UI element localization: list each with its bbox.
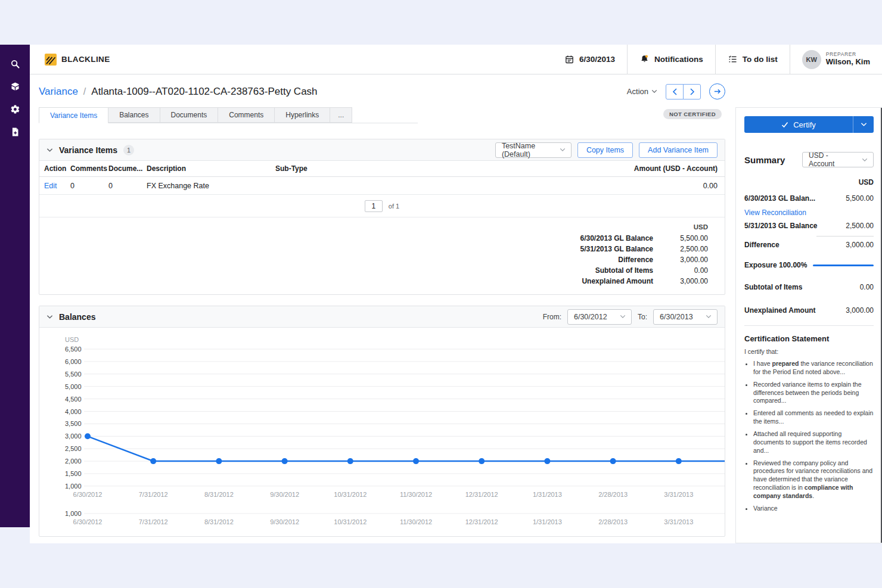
svg-text:4,500: 4,500 bbox=[65, 396, 82, 403]
svg-text:6/30/2012: 6/30/2012 bbox=[73, 518, 103, 525]
column-header-description: Description bbox=[142, 164, 271, 173]
to-date-select[interactable]: 6/30/2013 bbox=[653, 309, 718, 325]
page-count-label: of 1 bbox=[389, 203, 399, 210]
chevron-down-icon bbox=[651, 89, 657, 94]
go-to-record-button[interactable] bbox=[709, 83, 725, 99]
total-value: 5,500.00 bbox=[660, 234, 708, 242]
bell-icon bbox=[639, 54, 650, 64]
tab-hyperlinks[interactable]: Hyperlinks bbox=[274, 107, 330, 123]
summary-title: Summary bbox=[744, 155, 785, 165]
svg-text:3/31/2013: 3/31/2013 bbox=[664, 518, 693, 525]
add-variance-item-button[interactable]: Add Variance Item bbox=[639, 142, 718, 158]
subtotal-rule bbox=[816, 236, 874, 237]
variance-items-header: Variance Items 1 TestName (Default) Copy… bbox=[39, 139, 725, 161]
tab-more[interactable]: ... bbox=[330, 107, 352, 123]
tab-variance-items[interactable]: Variance Items bbox=[39, 107, 108, 123]
collapse-section-icon[interactable] bbox=[46, 148, 53, 153]
chevron-right-icon bbox=[690, 88, 695, 95]
user-meta: PREPARER Wilson, Kim bbox=[826, 52, 870, 67]
total-label: 6/30/2013 GL Balance bbox=[580, 234, 653, 242]
unexplained-value: 3,000.00 bbox=[846, 306, 874, 315]
calendar-icon bbox=[564, 54, 574, 64]
notifications-label: Notifications bbox=[654, 55, 703, 64]
svg-text:6,500: 6,500 bbox=[65, 346, 82, 353]
total-value: 3,000.00 bbox=[660, 277, 708, 285]
gl-current-value: 5,500.00 bbox=[846, 194, 874, 203]
chevron-left-icon bbox=[672, 88, 678, 95]
brand-name: BLACKLINE bbox=[61, 55, 110, 64]
search-icon[interactable] bbox=[10, 59, 20, 69]
column-header-action: Action bbox=[39, 164, 66, 173]
from-label: From: bbox=[543, 313, 561, 321]
exposure-bar bbox=[813, 265, 874, 266]
section-title: Balances bbox=[59, 312, 95, 322]
view-reconciliation-link[interactable]: View Reconciliation bbox=[744, 209, 806, 217]
tab-comments[interactable]: Comments bbox=[218, 107, 275, 123]
chevron-down-icon bbox=[560, 148, 566, 152]
currency-header: USD bbox=[744, 178, 874, 186]
period-date[interactable]: 6/30/2013 bbox=[552, 45, 627, 74]
certification-bullet: Entered all comments as needed to explai… bbox=[753, 409, 874, 426]
action-dropdown-label: Action bbox=[627, 87, 648, 96]
unexplained-label: Unexplained Amount bbox=[744, 306, 816, 315]
collapse-section-icon[interactable] bbox=[46, 315, 53, 319]
svg-text:9/30/2012: 9/30/2012 bbox=[270, 518, 299, 525]
summary-header: Summary USD - Account bbox=[744, 152, 874, 167]
comments-count: 0 bbox=[66, 182, 104, 190]
currency-scope-select[interactable]: USD - Account bbox=[802, 152, 874, 167]
svg-text:12/31/2012: 12/31/2012 bbox=[465, 491, 498, 498]
copy-items-button[interactable]: Copy Items bbox=[577, 142, 633, 158]
svg-text:1,000: 1,000 bbox=[65, 510, 82, 517]
panel-divider bbox=[744, 325, 874, 326]
user-menu[interactable]: KW PREPARER Wilson, Kim bbox=[790, 45, 882, 74]
breadcrumb: Variance / Atlanta-1009--AT020-1102-CA-2… bbox=[39, 83, 725, 99]
total-value: 2,500.00 bbox=[660, 245, 708, 253]
document-add-icon[interactable] bbox=[10, 127, 20, 137]
variance-totals: USD 6/30/2013 GL Balance 5,500.00 5/31/2… bbox=[39, 217, 725, 294]
notifications-button[interactable]: Notifications bbox=[627, 45, 715, 74]
breadcrumb-variance-link[interactable]: Variance bbox=[39, 86, 78, 98]
tabs-band: Variance ItemsBalancesDocumentsCommentsH… bbox=[39, 107, 725, 123]
check-icon bbox=[781, 122, 788, 128]
previous-record-button[interactable] bbox=[666, 84, 684, 99]
tab-documents[interactable]: Documents bbox=[160, 107, 219, 123]
action-dropdown[interactable]: Action bbox=[627, 87, 657, 96]
certify-button[interactable]: Certify bbox=[744, 116, 853, 133]
certify-menu-button[interactable] bbox=[853, 116, 874, 133]
svg-text:3/31/2013: 3/31/2013 bbox=[664, 491, 693, 498]
subtotal-value: 0.00 bbox=[860, 283, 874, 291]
svg-text:5,000: 5,000 bbox=[65, 383, 82, 390]
total-value: 3,000.00 bbox=[660, 256, 708, 264]
total-row: 5/31/2013 GL Balance 2,500.00 bbox=[580, 244, 708, 254]
variance-items-card: Variance Items 1 TestName (Default) Copy… bbox=[39, 139, 725, 295]
chevron-down-icon bbox=[706, 315, 712, 319]
from-date-value: 6/30/2012 bbox=[574, 313, 607, 321]
svg-text:1/31/2013: 1/31/2013 bbox=[533, 518, 562, 525]
unexplained-row: Unexplained Amount 3,000.00 bbox=[744, 306, 874, 315]
page-input[interactable] bbox=[365, 200, 383, 212]
difference-label: Difference bbox=[744, 241, 779, 249]
view-select[interactable]: TestName (Default) bbox=[495, 142, 572, 158]
difference-row: Difference 3,000.00 bbox=[744, 241, 874, 249]
certification-bullet: Variance bbox=[753, 505, 874, 513]
todo-list-label: To do list bbox=[743, 55, 778, 64]
next-record-button[interactable] bbox=[683, 84, 701, 99]
to-date-value: 6/30/2013 bbox=[660, 313, 693, 321]
from-date-select[interactable]: 6/30/2012 bbox=[567, 309, 632, 325]
tab-balances[interactable]: Balances bbox=[108, 107, 160, 123]
gl-current-row: 6/30/2013 GL Balan... 5,500.00 bbox=[744, 194, 874, 203]
chevron-down-icon bbox=[620, 315, 626, 319]
blackline-logo-icon bbox=[45, 54, 57, 66]
edit-link[interactable]: Edit bbox=[44, 182, 57, 190]
svg-text:11/30/2012: 11/30/2012 bbox=[400, 518, 432, 525]
settings-icon[interactable] bbox=[10, 104, 20, 114]
todo-list-button[interactable]: To do list bbox=[715, 45, 790, 74]
gl-prior-label: 5/31/2013 GL Balance bbox=[744, 222, 818, 230]
blackline-logo[interactable]: BLACKLINE bbox=[30, 45, 110, 74]
total-label: 5/31/2013 GL Balance bbox=[580, 245, 653, 253]
modules-icon[interactable] bbox=[10, 82, 20, 92]
gl-current-label: 6/30/2013 GL Balan... bbox=[744, 194, 815, 203]
svg-text:6,000: 6,000 bbox=[65, 358, 82, 365]
gl-prior-value: 2,500.00 bbox=[846, 222, 874, 230]
item-count-badge: 1 bbox=[123, 145, 134, 155]
